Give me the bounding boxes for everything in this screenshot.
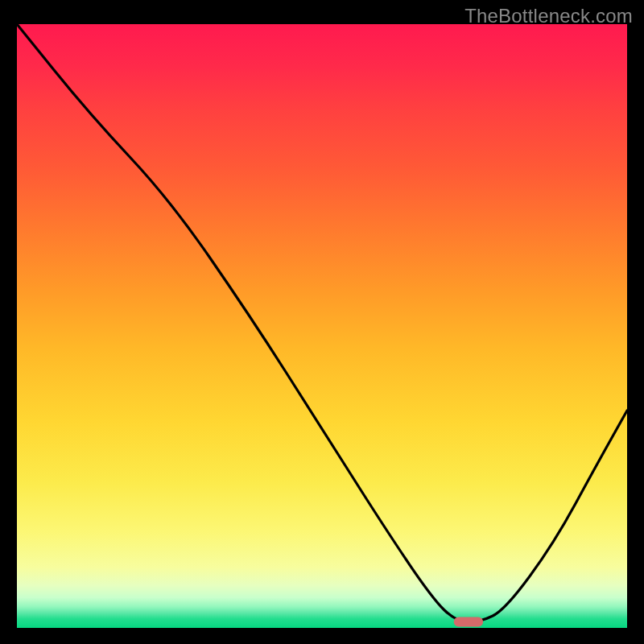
watermark-text: TheBottleneck.com [464,5,633,27]
optimal-marker [454,617,483,627]
chart-frame: TheBottleneck.com [0,0,644,644]
plot-area [17,24,627,628]
bottleneck-curve-path [17,24,627,622]
chart-layer [17,24,627,627]
chart-svg [17,24,627,628]
